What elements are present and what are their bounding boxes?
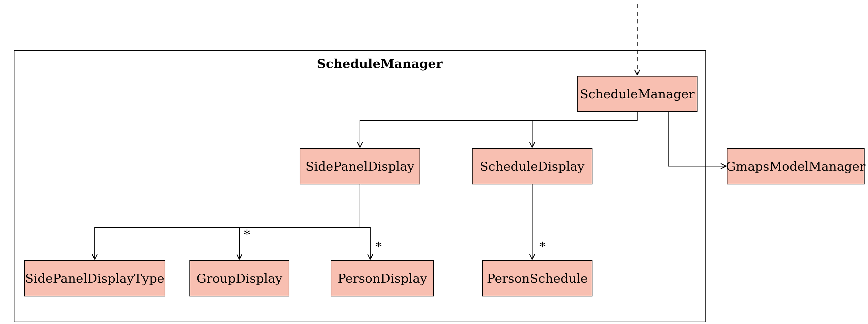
label-person-display: PersonDisplay — [338, 271, 427, 285]
node-group-display: GroupDisplay — [189, 260, 289, 296]
multiplicity-person-schedule: * — [539, 240, 546, 254]
node-schedule-manager: ScheduleManager — [577, 76, 698, 112]
node-gmaps-model-manager: GmapsModelManager — [727, 148, 865, 184]
label-person-schedule: PersonSchedule — [487, 271, 588, 285]
node-person-schedule: PersonSchedule — [482, 260, 592, 296]
node-schedule-display: ScheduleDisplay — [472, 148, 592, 184]
label-group-display: GroupDisplay — [196, 271, 282, 285]
multiplicity-group-display: * — [244, 227, 250, 242]
node-side-panel-display: SidePanelDisplay — [300, 148, 420, 184]
label-gmaps-model-manager: GmapsModelManager — [726, 159, 866, 173]
label-side-panel-display: SidePanelDisplay — [306, 159, 414, 173]
diagram-stage: ScheduleManager ScheduleManager SidePane… — [0, 0, 868, 324]
node-side-panel-display-type: SidePanelDisplayType — [24, 260, 165, 296]
multiplicity-person-display: * — [375, 240, 382, 254]
label-schedule-manager: ScheduleManager — [580, 87, 695, 101]
label-side-panel-display-type: SidePanelDisplayType — [25, 271, 165, 285]
label-schedule-display: ScheduleDisplay — [480, 159, 585, 173]
node-person-display: PersonDisplay — [331, 260, 434, 296]
package-title: ScheduleManager — [317, 56, 443, 71]
